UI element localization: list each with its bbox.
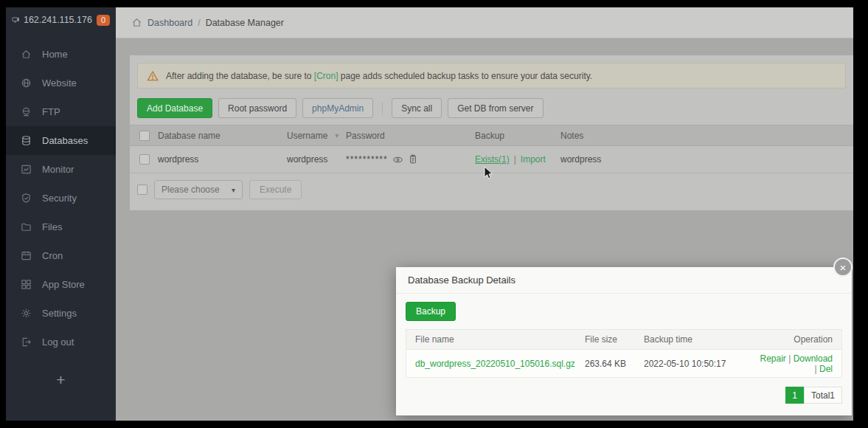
root-password-button[interactable]: Root password (218, 98, 296, 118)
col-notes: Notes (555, 131, 853, 141)
backup-table-header: File name File size Backup time Operatio… (406, 330, 841, 350)
col-operation: Operation (759, 334, 841, 345)
col-password: Password (340, 131, 469, 141)
sidebar-item-databases[interactable]: Databases (6, 126, 116, 155)
calendar-icon (21, 250, 32, 261)
col-file-name: File name (406, 334, 585, 345)
col-backup-time: Backup time (644, 334, 759, 345)
logout-icon (21, 336, 32, 348)
download-link[interactable]: Download (794, 353, 833, 364)
warning-text: After adding the database, be sure to [C… (166, 71, 592, 81)
backup-time-value: 2022-05-10 10:50:17 (644, 359, 759, 369)
database-backup-details-modal: × Database Backup Details Backup File na… (396, 267, 852, 415)
sidebar-item-website[interactable]: Website (6, 69, 116, 97)
bulk-action-select[interactable]: Please choose ▾ (154, 180, 243, 199)
gear-icon (21, 308, 32, 319)
cron-page-link[interactable]: [Cron] (314, 71, 338, 81)
grid-icon (21, 279, 32, 290)
repair-link[interactable]: Repair (760, 353, 785, 364)
warning-banner: After adding the database, be sure to [C… (137, 63, 846, 89)
sidebar-item-label: App Store (42, 279, 85, 290)
show-password-eye-icon[interactable] (392, 154, 403, 165)
backup-table: File name File size Backup time Operatio… (406, 329, 842, 378)
username-value: wordpress (281, 154, 340, 165)
file-size-value: 263.64 KB (585, 359, 644, 369)
copy-password-clipboard-icon[interactable] (408, 154, 418, 165)
select-all-checkbox[interactable] (139, 131, 150, 141)
toolbar-divider (382, 102, 383, 115)
page-1-button[interactable]: 1 (785, 387, 804, 404)
shield-icon (21, 193, 32, 204)
databases-icon (21, 135, 32, 146)
row-checkbox[interactable] (139, 154, 150, 165)
server-selector[interactable]: 162.241.115.176 0 (6, 9, 116, 31)
op-separator: | (786, 353, 794, 364)
bulk-select-value: Please choose (162, 184, 220, 195)
warning-icon (147, 70, 159, 82)
sidebar-item-cron[interactable]: Cron (6, 241, 116, 270)
close-icon[interactable]: × (833, 258, 853, 277)
sidebar: 162.241.115.176 0 Home Website FTP Datab… (6, 7, 116, 421)
table-row: wordpress wordpress ********** Exists(1)… (130, 146, 853, 173)
add-server-button[interactable]: + (6, 371, 116, 389)
monitor-icon (21, 164, 32, 175)
get-db-from-server-button[interactable]: Get DB from server (448, 98, 543, 118)
sidebar-item-label: Settings (42, 308, 77, 319)
sidebar-item-app-store[interactable]: App Store (6, 270, 116, 299)
sync-all-button[interactable]: Sync all (392, 98, 442, 118)
total-count: Total1 (804, 387, 842, 404)
chevron-down-icon: ▾ (232, 186, 235, 194)
sidebar-item-label: Monitor (42, 164, 74, 175)
database-panel: After adding the database, be sure to [C… (130, 55, 853, 210)
sidebar-item-label: Home (42, 49, 68, 60)
col-file-size: File size (585, 334, 644, 345)
col-backup: Backup (469, 131, 555, 141)
sidebar-item-label: Log out (42, 336, 74, 348)
password-mask: ********** (346, 154, 388, 165)
home-icon (21, 49, 32, 60)
sidebar-item-security[interactable]: Security (6, 184, 116, 213)
table-header: Database name Username▾ Password Backup … (130, 125, 853, 146)
execute-button[interactable]: Execute (249, 180, 302, 199)
col-username[interactable]: Username▾ (281, 131, 340, 141)
sidebar-item-label: Databases (42, 135, 88, 146)
phpmyadmin-button[interactable]: phpMyAdmin (302, 98, 373, 118)
breadcrumb-dashboard[interactable]: Dashboard (147, 18, 192, 28)
pagination: 1 Total1 (406, 387, 842, 404)
sidebar-item-label: FTP (42, 106, 60, 117)
breadcrumb: Dashboard / Database Manager (116, 7, 853, 38)
message-badge[interactable]: 0 (97, 15, 110, 26)
sidebar-item-settings[interactable]: Settings (6, 299, 116, 328)
backup-exists-link[interactable]: Exists(1) (475, 154, 510, 165)
sidebar-item-logout[interactable]: Log out (6, 328, 116, 356)
modal-body: Backup File name File size Backup time O… (396, 294, 852, 404)
backup-import-link[interactable]: Import (521, 154, 546, 165)
folder-icon (21, 221, 32, 232)
add-database-button[interactable]: Add Database (137, 98, 212, 118)
display-icon (12, 14, 19, 26)
website-icon (21, 77, 32, 89)
password-cell: ********** (340, 154, 469, 165)
home-icon (131, 17, 142, 28)
delete-link[interactable]: Del (819, 364, 833, 374)
ftp-icon (21, 106, 32, 117)
bulk-action-row: Please choose ▾ Execute (137, 180, 846, 199)
col-database-name: Database name (152, 131, 281, 141)
breadcrumb-separator: / (198, 18, 200, 28)
backup-button[interactable]: Backup (406, 302, 456, 321)
database-name-value: wordpress (152, 154, 281, 165)
sort-caret-icon: ▾ (335, 131, 338, 139)
backup-table-row: db_wordpress_20220510_105016.sql.gz 263.… (406, 350, 841, 377)
backup-file-link[interactable]: db_wordpress_20220510_105016.sql.gz (406, 359, 585, 369)
modal-title: Database Backup Details (396, 267, 852, 294)
sidebar-item-monitor[interactable]: Monitor (6, 155, 116, 184)
notes-value: wordpress (555, 154, 853, 165)
sidebar-item-files[interactable]: Files (6, 213, 116, 241)
sidebar-item-ftp[interactable]: FTP (6, 97, 116, 126)
bulk-checkbox[interactable] (137, 184, 147, 195)
sidebar-item-label: Cron (42, 250, 63, 261)
backup-cell: Exists(1) | Import (469, 154, 555, 165)
toolbar: Add Database Root password phpMyAdmin Sy… (137, 98, 846, 118)
operation-cell: Repair | Download | Del (759, 353, 841, 374)
sidebar-item-home[interactable]: Home (6, 40, 116, 69)
